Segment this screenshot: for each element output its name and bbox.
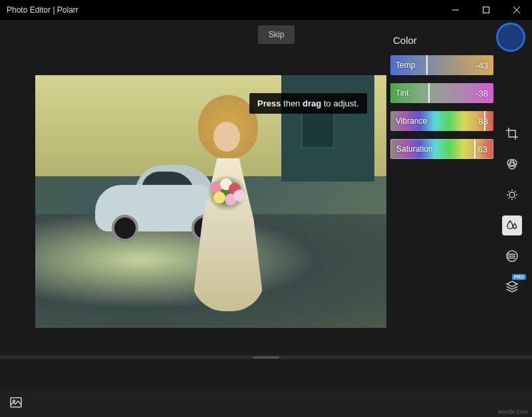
saturation-value: 63 (478, 144, 487, 154)
instruction-tooltip: Press then drag to adjust. (249, 93, 367, 114)
main-area: Skip Press then drag to adjust. Color Te… (0, 20, 532, 390)
temp-slider[interactable]: Temp -43 (390, 55, 493, 75)
svg-point-7 (509, 192, 515, 198)
drag-handle-icon[interactable] (253, 356, 279, 358)
watermark: wsxdn.com (498, 408, 528, 415)
saturation-slider[interactable]: Saturation 63 (390, 139, 493, 159)
vibrance-value: 83 (479, 116, 488, 126)
temp-label: Temp (396, 61, 415, 70)
tint-label: Tint (396, 88, 409, 98)
vibrance-slider[interactable]: Vibrance 83 (390, 111, 493, 131)
bottom-divider[interactable] (0, 355, 532, 359)
bottom-bar (0, 390, 532, 417)
app-title: Photo Editor | Polarr (7, 5, 78, 15)
color-tool[interactable] (502, 154, 522, 174)
vibrance-label: Vibrance (396, 116, 427, 126)
window-controls (440, 0, 532, 20)
droplet-tool[interactable] (502, 215, 522, 235)
color-panel: Color Temp -43 Tint -38 Vibrance 83 Satu… (390, 35, 493, 167)
titlebar: Photo Editor | Polarr (0, 0, 532, 20)
saturation-label: Saturation (396, 144, 433, 154)
tint-slider[interactable]: Tint -38 (390, 83, 493, 103)
tool-rail: PRO (501, 124, 523, 297)
image-library-button[interactable] (9, 396, 23, 412)
layers-tool[interactable]: PRO (502, 277, 522, 297)
pro-badge: PRO (512, 274, 526, 280)
close-button[interactable] (501, 0, 532, 20)
light-tool[interactable] (502, 185, 522, 205)
maximize-button[interactable] (471, 0, 501, 20)
profile-avatar[interactable] (496, 23, 525, 52)
effects-tool[interactable] (502, 246, 522, 266)
minimize-button[interactable] (440, 0, 471, 20)
tint-value: -38 (475, 88, 488, 98)
crop-tool[interactable] (502, 124, 522, 144)
svg-rect-1 (483, 7, 489, 13)
temp-value: -43 (475, 61, 488, 70)
skip-button[interactable]: Skip (258, 25, 295, 44)
color-panel-title: Color (390, 35, 493, 46)
